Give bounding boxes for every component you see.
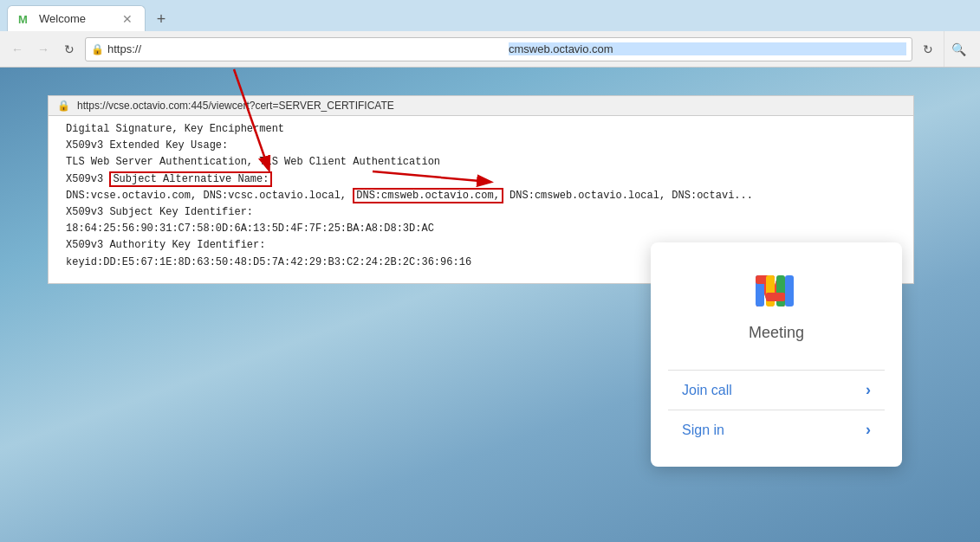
join-call-button[interactable]: Join call › [668,370,885,410]
cert-lock-icon: 🔒 [57,100,70,112]
svg-text:M: M [18,13,28,26]
subject-alt-name-label: Subject Alternative Name: [109,171,272,187]
forward-button[interactable]: → [33,39,54,60]
svg-rect-11 [785,275,794,306]
cert-line-3: TLS Web Server Authentication, TLS Web C… [66,154,896,171]
join-call-arrow-icon: › [866,381,871,399]
cert-line-7: 18:64:25:56:90:31:C7:58:0D:6A:13:5D:4F:7… [66,221,896,237]
sign-in-label: Sign in [682,423,724,438]
url-bar[interactable]: 🔒 https://cmsweb.octavio.com [85,37,912,61]
cert-line-5: DNS:vcse.octavio.com, DNS:vcsc.octavio.l… [66,188,896,204]
cert-line-4: X509v3 Subject Alternative Name: [66,171,896,188]
reload-button[interactable]: ↻ [59,39,80,60]
cert-line-2: X509v3 Extended Key Usage: [66,138,896,154]
url-scheme: https:// [107,42,505,55]
cert-line-6: X509v3 Subject Key Identifier: [66,204,896,221]
new-tab-button[interactable]: + [149,7,173,31]
cert-line-1: Digital Signature, Key Encipherment [66,121,896,138]
url-host: cmsweb.octavio.com [509,42,906,55]
sign-in-button[interactable]: Sign in › [668,410,885,449]
tab-bar: M Welcome ✕ + [0,0,980,31]
dns-cmsweb-highlight: DNS:cmsweb.octavio.com, [353,188,503,203]
back-button[interactable]: ← [7,39,28,60]
address-bar: ← → ↻ 🔒 https://cmsweb.octavio.com ↻ 🔍 [0,31,980,68]
cert-panel-header: 🔒 https://vcse.octavio.com:445/viewcert?… [49,96,913,116]
sign-in-arrow-icon: › [866,421,871,439]
lock-icon: 🔒 [91,43,104,55]
tab-close-button[interactable]: ✕ [120,12,134,26]
browser-tab[interactable]: M Welcome ✕ [7,5,146,31]
page-reload-button[interactable]: ↻ [918,39,938,60]
svg-rect-9 [776,275,785,306]
svg-rect-10 [766,293,785,301]
svg-rect-8 [766,275,775,306]
search-button[interactable]: 🔍 [944,31,973,67]
tab-title: Welcome [39,12,114,25]
cert-panel-url: https://vcse.octavio.com:445/viewcert?ce… [77,100,394,112]
tab-favicon-icon: M [18,12,32,26]
meeting-title: Meeting [749,324,804,342]
meeting-card: M M Meeting Join call › Sign in › [651,242,902,467]
meeting-logo-icon: M M [752,268,801,317]
join-call-label: Join call [682,383,732,398]
